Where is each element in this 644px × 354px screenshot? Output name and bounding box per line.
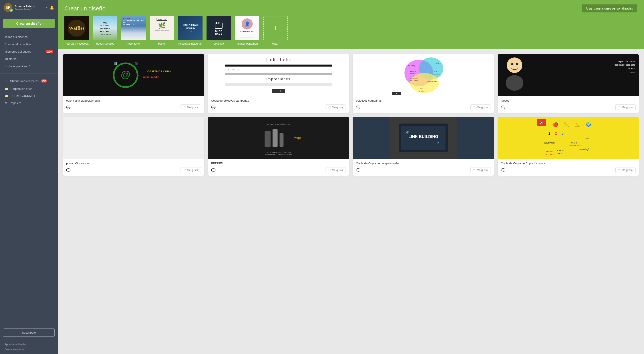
like-button-portada[interactable]: ♡ Me gusta [180, 167, 201, 173]
sidebar-item-templates[interactable]: Explorar plantillas ↗ [0, 63, 58, 70]
card-thumb-link-clicks[interactable]: Link clicks CTR Link (%) Impresiones ▶ [208, 54, 349, 96]
card-actions-objetivos: 💬 ♡ Me gusta [66, 104, 201, 110]
comment-icon-redken[interactable]: 💬 [211, 168, 216, 172]
heart-icon-objetivos: ♡ [184, 106, 186, 109]
svg-point-37 [511, 63, 514, 65]
like-button-congreso[interactable]: ♡ Me gusta [615, 167, 636, 173]
main-content: Crear un diseño Usar dimensiones persona… [58, 0, 644, 354]
svg-text:1: 1 [548, 132, 550, 135]
svg-text:📷: 📷 [134, 62, 138, 65]
heart-icon-jueves: ♡ [618, 106, 621, 109]
design-type-label-blog: Imagen para Blog [237, 42, 258, 45]
svg-text:engagement: engagement [410, 75, 418, 77]
design-card-link-clicks: Link clicks CTR Link (%) Impresiones ▶ C… [208, 54, 349, 113]
design-type-label-mas: Más... [272, 42, 279, 45]
sidebar-links: Aprende a diseñar Busca inspiración [0, 340, 58, 354]
svg-text:3: 3 [562, 132, 564, 135]
like-button-jueves[interactable]: ♡ Me gusta [615, 104, 636, 110]
card-info-venn: objetivos campañas 💬 ♡ Me gusta [353, 96, 494, 113]
like-button-venn[interactable]: ♡ Me gusta [470, 104, 490, 110]
team-badge: 2/10 [46, 50, 53, 53]
svg-text:EN VITORIA GASTEIZ somos salón: EN VITORIA GASTEIZ somos salón [266, 152, 291, 153]
card-actions-redken: 💬 ♡ Me gusta [211, 167, 346, 173]
user-info: Susana Peivon Susana Peivon'... [15, 5, 44, 11]
sidebar-item-team[interactable]: Miembros del equipo 2/10 [0, 48, 58, 55]
sidebar: SP S Susana Peivon Susana Peivon'... ▾ 🔔… [0, 0, 58, 354]
design-type-instagram[interactable]: HELLO FROMMADRID ♦ ♦ ♦ Post para Instagr… [178, 16, 202, 45]
design-type-label-presentacion: Presentación [126, 42, 141, 45]
card-title-jueves: jueves [501, 99, 636, 102]
card-title-objetivos: objetivosykpisSocialmedia [66, 99, 201, 102]
card-info-redken: REDKEN 💬 ♡ Me gusta [208, 159, 349, 176]
design-type-label-poster: Póster [158, 42, 166, 45]
svg-text:amplificación: amplificación [410, 77, 418, 79]
sidebar-link-inspire[interactable]: Busca inspiración [4, 347, 53, 352]
svg-rect-40 [264, 131, 270, 147]
card-thumb-redken[interactable]: Productos para el hombre EN VITORIA GAST… [208, 117, 349, 159]
svg-rect-9 [104, 56, 163, 94]
subscribe-button[interactable]: Suscríbete [3, 329, 55, 337]
svg-text:share of voice: share of voice [410, 80, 418, 81]
comment-icon-congreso[interactable]: 💬 [501, 168, 506, 172]
heart-icon-redken: ♡ [328, 169, 331, 172]
design-type-blog[interactable]: 👤 LAURYN HOLDEN Imagen para Blog [235, 16, 260, 45]
svg-text:📐: 📐 [575, 122, 580, 127]
svg-text:✏️: ✏️ [564, 122, 569, 127]
thumb-redes: NOTALL WHOWANDERARE LOST J.R.R. TOLKIEN [93, 16, 117, 40]
custom-size-button[interactable]: Usar dimensiones personalizadas [582, 4, 637, 12]
card-thumb-jueves[interactable]: Un poco de humor"cabelludo" para estejue… [498, 54, 639, 96]
avatar[interactable]: SP S [4, 3, 12, 12]
add-circle-icon: ⊕ [4, 79, 8, 83]
user-sub: Susana Peivon'... [15, 8, 44, 11]
svg-text:CTR: CTR [434, 71, 437, 72]
bell-icon[interactable]: 🔔 [50, 5, 54, 10]
design-type-presentacion[interactable]: 09.20.2014 DAY FOUR OF THE TRIP TOKILIMA… [121, 16, 146, 45]
card-title-link-building: Copia de Copia de congresowebz... [356, 162, 491, 165]
design-card-venn: branding Tráfico ventas audiencia alcanc… [353, 54, 494, 113]
design-type-redes[interactable]: NOTALL WHOWANDERARE LOST J.R.R. TOLKIEN … [93, 16, 117, 45]
sidebar-link-learn[interactable]: Aprende a diseñar [4, 342, 53, 347]
card-actions-link-clicks: 💬 ♡ Me gusta [211, 104, 346, 110]
svg-text:autorizado por REDKEN 945 011 : autorizado por REDKEN 945 011 453 [265, 154, 292, 156]
card-title-redken: REDKEN [211, 162, 346, 165]
comment-icon-jueves[interactable]: 💬 [501, 105, 506, 110]
thumb-mas: + [263, 16, 288, 40]
comment-icon-link-building[interactable]: 💬 [356, 168, 360, 172]
like-button-redken[interactable]: ♡ Me gusta [326, 167, 346, 173]
sidebar-item-shared[interactable]: Compartidos contigo [0, 41, 58, 48]
sidebar-item-folder-untitled[interactable]: 📁 Carpeta sin título [0, 85, 58, 92]
create-design-button[interactable]: Crear un diseño [3, 19, 55, 28]
comment-icon-link-clicks[interactable]: 💬 [211, 105, 216, 110]
thumb-blog: 👤 LAURYN HOLDEN [235, 16, 260, 40]
comment-icon-venn[interactable]: 💬 [356, 105, 360, 110]
design-type-poster[interactable]: ABEY'S 🌿 FRESH VEGETABLES Póster [150, 16, 174, 45]
comment-icon-portada[interactable]: 💬 [66, 168, 70, 172]
svg-rect-42 [279, 133, 283, 147]
design-card-redken: Productos para el hombre EN VITORIA GAST… [208, 117, 349, 176]
thumb-instagram: HELLO FROMMADRID ♦ ♦ ♦ [178, 16, 202, 40]
sidebar-item-all-designs[interactable]: Todos tus diseños [0, 33, 58, 41]
svg-text:I LOVE: I LOVE [546, 151, 553, 153]
sidebar-item-folder-euskogourmet[interactable]: 📁 EUSKOGOURMET [0, 92, 58, 99]
sidebar-item-trash[interactable]: 🗑 Papelera [0, 99, 58, 106]
like-button-objetivos[interactable]: ♡ Me gusta [180, 104, 201, 110]
design-type-logotipo[interactable]: BLOCHAUS Logotipo [206, 16, 231, 45]
like-button-link-clicks[interactable]: ♡ Me gusta [326, 104, 346, 110]
folder-icon-1: 📁 [4, 87, 8, 90]
dropdown-icon[interactable]: ▾ [46, 6, 48, 9]
comment-icon-objetivos[interactable]: 💬 [66, 105, 70, 110]
card-thumb-objetivos[interactable]: @ 📘 📷 ▶ OBJETIVOS Y KPIs social media [63, 54, 204, 96]
svg-text:MY JOB!: MY JOB! [546, 153, 554, 156]
sidebar-item-add-folders[interactable]: ⊕ Obtener más carpetas 2/2 [0, 77, 58, 85]
sidebar-item-brand[interactable]: Tu marca [0, 55, 58, 63]
card-actions-portada: 💬 ♡ Me gusta [66, 167, 201, 173]
design-types-row: Waffles Post para Facebook NOTALL WHOWAN… [64, 16, 637, 45]
like-button-link-building[interactable]: ♡ Me gusta [470, 167, 490, 173]
card-thumb-congreso[interactable]: 📚 🍎 ✏️ 📐 🌍 1 2 3 awesome! What a GREAT K… [498, 117, 639, 159]
card-thumb-venn[interactable]: branding Tráfico ventas audiencia alcanc… [353, 54, 494, 96]
design-type-facebook[interactable]: Waffles Post para Facebook [64, 16, 89, 45]
design-type-mas[interactable]: + Más... [263, 16, 288, 45]
card-thumb-link-building[interactable]: LINK BUILDING 🔗 ⚙ [353, 117, 494, 159]
card-thumb-portada[interactable] [63, 117, 204, 159]
svg-text:LINK BUILDING: LINK BUILDING [408, 134, 438, 139]
